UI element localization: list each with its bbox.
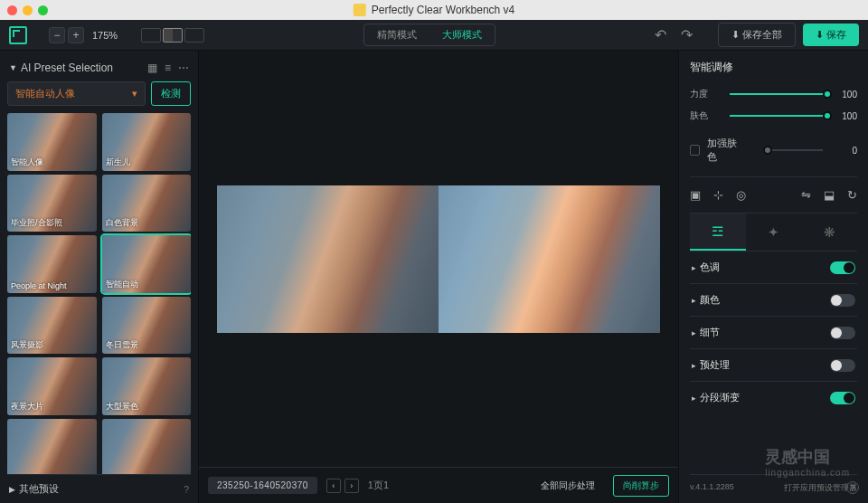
preset-label: 风景摄影: [11, 339, 43, 351]
accordion-0[interactable]: ▸色调: [690, 252, 857, 284]
window-title: Perfectly Clear Workbench v4: [354, 4, 515, 16]
preset-category-dropdown[interactable]: 智能自动人像▾: [7, 81, 146, 106]
other-presets[interactable]: 其他预设: [19, 482, 59, 496]
skin-label: 肤色: [690, 109, 722, 122]
after-image: [439, 185, 660, 333]
help-icon[interactable]: ?: [184, 484, 189, 495]
zoom-out-button[interactable]: −: [49, 27, 65, 43]
compare-image: [217, 185, 660, 333]
preset-item[interactable]: [102, 419, 192, 475]
filmstrip: 235250-1640520370 ‹ › 1页1 全部同步处理 尚削算步: [199, 467, 678, 503]
chevron-right-icon: ▸: [692, 296, 696, 305]
straighten-icon[interactable]: ⊹: [713, 188, 723, 202]
app-logo-icon[interactable]: [9, 26, 27, 44]
right-panel: 智能调修 力度 100 肤色 100 加强肤色 0 ▣ ⊹ ◎ ⇋ ⬓ ↻: [678, 51, 868, 503]
mode-master[interactable]: 大师模式: [429, 24, 495, 45]
tab-effects[interactable]: ❋: [801, 214, 857, 251]
preset-item[interactable]: 风景摄影: [7, 297, 97, 355]
undo-button[interactable]: ↶: [655, 26, 666, 43]
collapse-icon[interactable]: ▼: [9, 63, 17, 72]
enhance-skin-checkbox[interactable]: [690, 145, 700, 156]
preset-item[interactable]: 新生儿: [102, 113, 192, 171]
accordion-4[interactable]: ▸分段渐变: [690, 382, 857, 413]
preset-item[interactable]: [7, 419, 97, 475]
accordion-toggle[interactable]: [830, 359, 855, 372]
preset-item[interactable]: 智能自动: [102, 235, 192, 293]
preset-label: 白色背景: [106, 217, 138, 229]
right-footer: v.4.1.1.2285 打开应用预设管理器: [690, 474, 857, 503]
view-crop-button[interactable]: [184, 28, 204, 43]
titlebar: Perfectly Clear Workbench v4: [0, 0, 868, 20]
preset-item[interactable]: 冬日雪景: [102, 297, 192, 355]
accordion-3[interactable]: ▸预处理: [690, 349, 857, 382]
accordion-toggle[interactable]: [830, 294, 855, 307]
strength-value: 100: [835, 90, 857, 100]
chevron-right-icon: ▸: [692, 328, 696, 337]
preset-label: 智能人像: [11, 157, 43, 168]
sync-all-button[interactable]: 全部同步处理: [532, 476, 604, 496]
preset-item[interactable]: 夜景大片: [7, 357, 97, 415]
grid-view-icon[interactable]: ▦: [147, 62, 157, 74]
save-all-button[interactable]: ⬇ 保存全部: [718, 23, 796, 47]
adjust-title: 智能调修: [690, 60, 857, 75]
tab-adjustments[interactable]: ☲: [690, 214, 746, 251]
accordion-label: 分段渐变: [700, 391, 830, 404]
preset-label: 夜景大片: [11, 401, 43, 413]
view-split-button[interactable]: [163, 28, 183, 43]
accordion-label: 细节: [700, 326, 830, 339]
crop-icon[interactable]: ▣: [690, 188, 701, 202]
skin-slider[interactable]: [730, 115, 828, 117]
accordion-toggle[interactable]: [830, 392, 855, 404]
preset-label: 智能自动: [106, 279, 138, 290]
prev-button[interactable]: ‹: [326, 479, 341, 493]
preset-label: 冬日雪景: [106, 339, 138, 351]
preset-item[interactable]: People at Night: [7, 235, 97, 293]
left-panel: ▼ AI Preset Selection ▦ ≡ ⋯ 智能自动人像▾ 检测 智…: [0, 51, 199, 503]
viewer: 235250-1640520370 ‹ › 1页1 全部同步处理 尚削算步: [199, 51, 678, 503]
chevron-right-icon: ▸: [692, 394, 696, 403]
list-view-icon[interactable]: ≡: [165, 62, 171, 74]
canvas[interactable]: [199, 51, 678, 467]
accordion-toggle[interactable]: [830, 327, 855, 339]
zoom-in-button[interactable]: +: [68, 27, 84, 43]
rotate-icon[interactable]: ↻: [847, 188, 857, 202]
mode-simple[interactable]: 精简模式: [364, 24, 429, 45]
toolbar: − + 175% 精简模式 大师模式 ↶ ↷ ⬇ 保存全部 ⬇ 保存: [0, 20, 868, 51]
file-id: 235250-1640520370: [208, 477, 317, 494]
accordion-2[interactable]: ▸细节: [690, 317, 857, 349]
version-label: v.4.1.1.2285: [690, 482, 734, 494]
view-single-button[interactable]: [141, 28, 161, 43]
preset-label: 新生儿: [106, 157, 130, 168]
enhance-skin-label: 加强肤色: [707, 137, 744, 164]
chevron-down-icon: ▾: [132, 88, 137, 100]
reset-button[interactable]: 尚削算步: [613, 475, 669, 497]
detect-button[interactable]: 检测: [151, 81, 191, 106]
preset-label: 大型景色: [106, 401, 138, 413]
next-button[interactable]: ›: [344, 479, 359, 493]
preset-item[interactable]: 大型景色: [102, 357, 192, 415]
redo-button[interactable]: ↷: [681, 26, 693, 43]
skin-value: 100: [835, 111, 857, 121]
enhance-skin-slider[interactable]: [767, 149, 823, 151]
flip-v-icon[interactable]: ⬓: [824, 188, 835, 202]
more-icon[interactable]: ⋯: [178, 62, 189, 74]
accordion-1[interactable]: ▸颜色: [690, 284, 857, 317]
flip-h-icon[interactable]: ⇋: [801, 188, 811, 202]
close-icon[interactable]: [7, 5, 17, 15]
preset-item[interactable]: 智能人像: [7, 113, 97, 171]
tab-retouch[interactable]: ✦: [746, 214, 802, 251]
redeye-icon[interactable]: ◎: [736, 188, 746, 202]
zoom-value: 175%: [92, 30, 118, 41]
page-info: 1页1: [368, 479, 389, 492]
minimize-icon[interactable]: [23, 5, 33, 15]
preset-item[interactable]: 毕业照/合影照: [7, 175, 97, 233]
panel-title: AI Preset Selection: [21, 62, 147, 74]
maximize-icon[interactable]: [38, 5, 48, 15]
accordion-toggle[interactable]: [830, 261, 855, 274]
traffic-lights[interactable]: [7, 5, 48, 15]
help-button[interactable]: ?: [846, 481, 859, 494]
collapse-icon[interactable]: ▶: [9, 485, 15, 494]
preset-item[interactable]: 白色背景: [102, 175, 192, 233]
strength-slider[interactable]: [730, 93, 828, 95]
save-button[interactable]: ⬇ 保存: [803, 24, 859, 46]
